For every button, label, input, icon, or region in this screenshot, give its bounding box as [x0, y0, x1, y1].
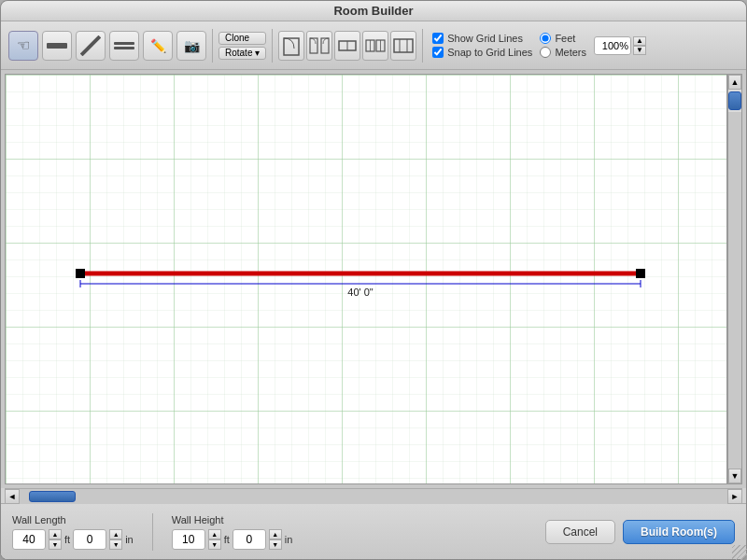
vertical-scrollbar[interactable]: ▲ ▼	[727, 74, 742, 484]
bottom-separator	[152, 513, 153, 551]
wall-length-ft-up[interactable]: ▲	[49, 529, 62, 539]
wall-height-in-unit: in	[285, 534, 293, 545]
eraser-icon: ✏️	[150, 38, 166, 53]
wall-length-ft-unit: ft	[64, 534, 70, 545]
show-grid-lines-label: Show Grid Lines	[447, 33, 523, 44]
wall-tool-double-button[interactable]	[109, 31, 139, 61]
scroll-right-button[interactable]: ►	[727, 489, 742, 504]
wall-length-ft-down[interactable]: ▼	[49, 539, 62, 550]
snap-to-grid-lines-label: Snap to Grid Lines	[447, 47, 532, 58]
door-single-button[interactable]	[278, 31, 304, 61]
opening-button[interactable]	[390, 31, 416, 61]
wall-length-ft-stepper: ▲ ▼	[49, 529, 62, 550]
snap-to-grid-lines-checkbox[interactable]	[432, 47, 444, 58]
window-double-icon	[365, 35, 386, 56]
wall-height-label: Wall Height	[172, 514, 293, 525]
room-builder-window: Room Builder ☜ ✏️ 📷 Clone	[0, 0, 747, 560]
wall-length-ft-input[interactable]	[12, 529, 46, 550]
wall-height-in-input[interactable]	[233, 529, 266, 550]
door-single-icon	[281, 35, 302, 56]
wall-length-in-down[interactable]: ▼	[109, 539, 122, 550]
wall-height-in-up[interactable]: ▲	[269, 529, 282, 539]
door-double-icon	[309, 35, 330, 56]
clone-button[interactable]: Clone	[218, 32, 266, 45]
clone-rotate-group: Clone Rotate ▾	[218, 32, 266, 60]
feet-radio[interactable]	[540, 33, 551, 44]
snap-to-grid-lines-row: Snap to Grid Lines	[432, 47, 532, 58]
wall-length-in-unit: in	[125, 534, 134, 545]
eraser-tool-button[interactable]: ✏️	[143, 31, 173, 61]
meters-radio-row: Meters	[540, 47, 586, 58]
zoom-down-button[interactable]: ▼	[633, 46, 646, 55]
horizontal-scrollbar: ◄ ►	[5, 488, 742, 503]
resize-corner[interactable]	[732, 545, 747, 560]
window-title: Room Builder	[333, 4, 413, 18]
unit-radio-group: Feet Meters	[540, 33, 586, 58]
wall-height-ft-up[interactable]: ▲	[208, 529, 221, 539]
show-grid-lines-checkbox[interactable]	[432, 33, 444, 44]
separator-2	[272, 29, 273, 63]
pointer-tool-button[interactable]: ☜	[8, 31, 38, 61]
scroll-left-button[interactable]: ◄	[5, 489, 20, 504]
camera-icon: 📷	[184, 38, 200, 53]
show-grid-lines-row: Show Grid Lines	[432, 33, 532, 44]
svg-rect-1	[310, 38, 317, 53]
scroll-up-button[interactable]: ▲	[728, 75, 741, 90]
bottom-buttons: Cancel Build Room(s)	[545, 520, 735, 544]
window-double-button[interactable]	[362, 31, 388, 61]
zoom-group: ▲ ▼	[594, 36, 646, 55]
wall-tool-diag-button[interactable]	[76, 31, 106, 61]
wall-length-inputs: ▲ ▼ ft ▲ ▼ in	[12, 529, 134, 550]
separator-3	[422, 29, 423, 63]
wall-length-label: Wall Length	[12, 514, 134, 525]
grid-canvas: 40' 0"	[6, 75, 726, 483]
camera-tool-button[interactable]: 📷	[176, 31, 206, 61]
separator-1	[212, 29, 213, 63]
scroll-track-v	[728, 112, 741, 469]
opening-icon	[393, 35, 414, 56]
dimension-label: 40' 0"	[347, 287, 374, 298]
scroll-track-h	[20, 489, 727, 504]
wall-height-ft-unit: ft	[224, 534, 230, 545]
svg-rect-14	[6, 75, 726, 483]
wall-length-in-input[interactable]	[73, 529, 106, 550]
window-single-button[interactable]	[334, 31, 360, 61]
zoom-input[interactable]	[594, 36, 631, 55]
canvas-container[interactable]: 40' 0"	[5, 74, 727, 484]
build-room-button[interactable]: Build Room(s)	[623, 520, 735, 544]
wall-height-ft-input[interactable]	[172, 529, 205, 550]
wall-height-in-down[interactable]: ▼	[269, 539, 282, 550]
wall-length-in-up[interactable]: ▲	[109, 529, 122, 539]
wall-height-group: Wall Height ▲ ▼ ft ▲ ▼ in	[172, 514, 293, 550]
wall-endpoint-left	[76, 269, 85, 278]
wall-length-group: Wall Length ▲ ▼ ft ▲ ▼ in	[12, 514, 134, 550]
door-window-tools	[278, 31, 416, 61]
title-bar: Room Builder	[1, 1, 746, 21]
double-wall-bot-icon	[114, 47, 134, 49]
rotate-button[interactable]: Rotate ▾	[218, 47, 266, 60]
svg-rect-2	[321, 38, 329, 53]
scroll-thumb-h[interactable]	[29, 491, 76, 502]
options-panel: Show Grid Lines Snap to Grid Lines	[432, 33, 532, 58]
main-area: 40' 0" ▲ ▼	[1, 70, 746, 488]
wall-height-ft-down[interactable]: ▼	[208, 539, 221, 550]
zoom-stepper: ▲ ▼	[633, 36, 646, 55]
svg-rect-9	[394, 39, 413, 52]
wall-length-in-stepper: ▲ ▼	[109, 529, 122, 550]
feet-radio-row: Feet	[540, 33, 586, 44]
door-double-button[interactable]	[306, 31, 332, 61]
meters-radio[interactable]	[540, 47, 551, 58]
bottom-panel: Wall Length ▲ ▼ ft ▲ ▼ in Wall Height	[1, 503, 746, 559]
toolbar: ☜ ✏️ 📷 Clone Rotate ▾	[1, 21, 746, 70]
cancel-button[interactable]: Cancel	[545, 520, 615, 544]
wall-height-in-stepper: ▲ ▼	[269, 529, 282, 550]
scroll-down-button[interactable]: ▼	[728, 469, 741, 483]
diagonal-wall-icon	[80, 35, 101, 56]
flat-wall-icon	[47, 43, 67, 49]
wall-endpoint-right	[636, 269, 645, 278]
scroll-thumb-v[interactable]	[728, 91, 741, 110]
feet-label: Feet	[555, 33, 575, 44]
zoom-up-button[interactable]: ▲	[633, 36, 646, 46]
wall-tool-flat-button[interactable]	[42, 31, 72, 61]
wall-height-ft-stepper: ▲ ▼	[208, 529, 221, 550]
